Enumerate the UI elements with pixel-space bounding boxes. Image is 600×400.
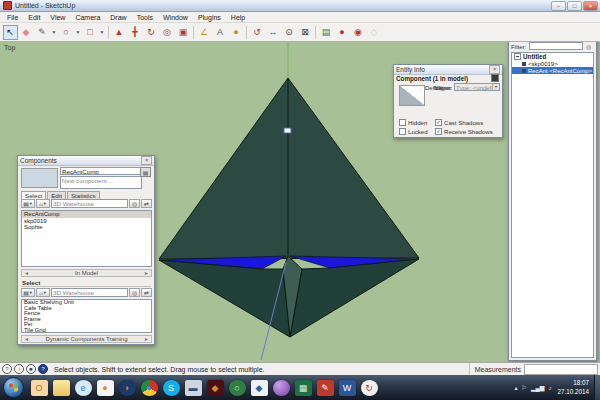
tool-button-move[interactable]: ╋	[128, 25, 143, 40]
tool-button-component-attributes[interactable]: ●	[335, 25, 350, 40]
components-dialog-titlebar[interactable]: Components ×	[18, 156, 154, 166]
menu-item[interactable]: Tools	[132, 14, 158, 21]
menu-item[interactable]: Camera	[70, 14, 105, 21]
filter-search-icon[interactable]: ◎	[584, 42, 593, 50]
tree-item[interactable]: RecAnt <RecAntComp>	[512, 67, 593, 74]
menu-item[interactable]: Plugins	[193, 14, 226, 21]
components-tab[interactable]: Statistics	[67, 191, 100, 199]
menu-item[interactable]: Edit	[23, 14, 45, 21]
taskbar-clock[interactable]: 18:07 27.10.2014	[557, 379, 589, 396]
taskbar-icon-media-player[interactable]: ●	[97, 380, 114, 396]
status-icon-help[interactable]: ?	[2, 364, 12, 374]
home-button-2[interactable]: ⌂▼	[36, 288, 50, 297]
tray-icon[interactable]: ▂▄▆	[531, 385, 544, 391]
tool-button[interactable]	[193, 26, 194, 39]
in-model-label[interactable]: In Model	[31, 270, 142, 276]
components-tab[interactable]: Select	[21, 191, 46, 199]
taskbar-icon-firefox[interactable]: ◗	[119, 380, 136, 396]
taskbar-icon-outlook[interactable]: O	[31, 380, 48, 396]
taskbar-icon-explorer[interactable]	[53, 380, 70, 396]
tool-button-rotate[interactable]: ↻	[144, 25, 159, 40]
view-options-button[interactable]: ▤▼	[21, 199, 35, 208]
status-icon-user[interactable]: ☻	[26, 364, 36, 374]
swap-pane-button[interactable]: ⇄	[141, 199, 152, 208]
tree-item[interactable]: <skp0019>	[512, 60, 593, 67]
taskbar-icon-purple-app[interactable]	[273, 380, 290, 396]
taskbar-icon-chrome[interactable]: ●	[141, 380, 158, 396]
tool-button-rectangle-arrow[interactable]: ▼	[99, 25, 106, 40]
entity-checkbox[interactable]: Locked	[399, 128, 435, 135]
taskbar-icon-excel[interactable]: ▦	[295, 380, 312, 396]
tray-icon[interactable]: ▴	[515, 385, 518, 391]
components-tab[interactable]: Edit	[47, 191, 66, 199]
taskbar-icon-virtualbox[interactable]: ◆	[251, 380, 268, 396]
tool-button[interactable]	[246, 26, 247, 39]
measurements-input[interactable]	[524, 364, 598, 375]
taskbar-icon-internet-explorer[interactable]: e	[75, 380, 92, 396]
pyramid-lower-face-left[interactable]	[159, 260, 290, 337]
library-collection-label[interactable]: Dynamic Components Training	[31, 336, 142, 342]
details-toggle-icon[interactable]	[491, 74, 499, 82]
entity-info-titlebar[interactable]: Entity Info ×	[394, 65, 502, 75]
search-button-2[interactable]: ◎	[129, 288, 140, 297]
entity-info-close-icon[interactable]: ×	[489, 65, 500, 74]
status-icon-geolocation[interactable]: ?	[38, 364, 48, 374]
component-description-input[interactable]: New component ...	[60, 176, 142, 189]
tool-button[interactable]	[108, 26, 109, 39]
menu-item[interactable]: Window	[158, 14, 193, 21]
component-item[interactable]: Sophie	[22, 224, 151, 231]
tool-button-interact[interactable]: ◇	[367, 25, 382, 40]
minimize-button[interactable]: –	[551, 1, 566, 11]
taskbar-icon-sync[interactable]: ↻	[361, 380, 378, 396]
tool-button-zoom-extents[interactable]: ⊠	[298, 25, 313, 40]
taskbar-icon-dark-red-app[interactable]: ◆	[207, 380, 224, 396]
nav-back-icon[interactable]: ◄	[22, 270, 31, 276]
entity-checkbox[interactable]: Receive Shadows	[435, 128, 501, 135]
taskbar-icon-sketchup[interactable]: ✎	[317, 380, 334, 396]
tool-button-orbit[interactable]: ↺	[250, 25, 265, 40]
start-button[interactable]	[3, 377, 24, 398]
component-origin-marker[interactable]	[284, 128, 291, 133]
taskbar-icon-word[interactable]: W	[339, 380, 356, 396]
tool-button-make-component[interactable]: ▣	[176, 25, 191, 40]
tool-button-arcs[interactable]: ○	[59, 25, 74, 40]
tool-button-component-options[interactable]: ▤	[319, 25, 334, 40]
menu-item[interactable]: Help	[226, 14, 250, 21]
show-desktop-button[interactable]	[594, 375, 600, 400]
tool-button-select[interactable]: ↖	[3, 25, 18, 40]
menu-item[interactable]: File	[2, 14, 23, 21]
tool-button-rectangle[interactable]: □	[83, 25, 98, 40]
tool-button[interactable]	[315, 26, 316, 39]
nav-forward-icon[interactable]: ►	[142, 270, 151, 276]
swap-pane-button-2[interactable]: ⇄	[141, 288, 152, 297]
component-name-input[interactable]: RecAntComp	[60, 167, 142, 175]
nav-forward-icon[interactable]: ►	[142, 336, 151, 342]
tool-button-zoom[interactable]: ⊙	[282, 25, 297, 40]
maximize-button[interactable]: □	[567, 1, 582, 11]
filter-input[interactable]	[529, 42, 583, 50]
pyramid-lower-face-right[interactable]	[290, 259, 419, 337]
menu-item[interactable]: Draw	[105, 14, 131, 21]
tray-icon[interactable]: ⚐	[522, 385, 527, 391]
tool-button-push-pull[interactable]: ▲	[112, 25, 127, 40]
tool-button-pan[interactable]: ↔	[266, 25, 281, 40]
entity-checkbox[interactable]: Hidden	[399, 119, 435, 126]
tool-button-paint-bucket[interactable]: ●	[229, 25, 244, 40]
field-value[interactable]: Type: <undefined>	[454, 83, 500, 91]
collapse-icon[interactable]	[514, 53, 521, 60]
tool-button-tape-measure[interactable]: ∠	[197, 25, 212, 40]
taskbar-icon-skype[interactable]: S	[163, 380, 180, 396]
tool-button-offset[interactable]: ◎	[160, 25, 175, 40]
tool-button-dynamic-components[interactable]: ◉	[351, 25, 366, 40]
entity-checkbox[interactable]: Cast Shadows	[435, 119, 501, 126]
library-item[interactable]: Tile Grid	[22, 328, 151, 334]
tool-button-text[interactable]: A	[213, 25, 228, 40]
taskbar-icon-green-globe[interactable]: ○	[229, 380, 246, 396]
menu-item[interactable]: View	[45, 14, 70, 21]
view-options-button-2[interactable]: ▤▼	[21, 288, 35, 297]
search-button[interactable]: ◎	[129, 199, 140, 208]
close-button[interactable]: ×	[583, 1, 598, 11]
home-button[interactable]: ⌂▼	[36, 199, 50, 208]
status-icon-instructor[interactable]: i	[14, 364, 24, 374]
taskbar-icon-remote-desktop[interactable]: ▬	[185, 380, 202, 396]
